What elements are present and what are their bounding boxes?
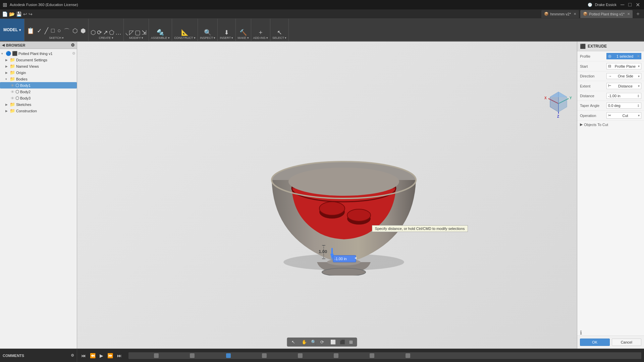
construction-expand-icon[interactable]: ▶: [5, 109, 9, 113]
timeline-prev-icon[interactable]: ⏪: [89, 352, 97, 359]
sketch-finish-icon[interactable]: ✓: [36, 27, 43, 36]
open-file-icon[interactable]: 📂: [9, 11, 15, 17]
distance-spinner-icon[interactable]: ⇕: [637, 94, 640, 98]
vc-display-icon[interactable]: ⬛: [339, 339, 346, 345]
select-icon[interactable]: ↖: [277, 29, 282, 36]
inspect-icon[interactable]: 🔍: [204, 29, 211, 36]
start-dropdown-arrow[interactable]: ▾: [638, 64, 640, 68]
vc-grid-icon[interactable]: ⊞: [348, 339, 354, 345]
assemble-icon[interactable]: 🔩: [157, 29, 164, 36]
extrude-info-icon[interactable]: ℹ: [580, 329, 582, 336]
comments-settings-icon[interactable]: ⚙: [71, 353, 74, 358]
tab-add-button[interactable]: ＋: [634, 10, 642, 17]
close-button[interactable]: ✕: [634, 2, 641, 8]
timeline-bar[interactable]: [128, 352, 641, 359]
create-loft-icon[interactable]: ⬠: [109, 29, 114, 36]
taper-value[interactable]: 0.0 deg ⇕: [606, 103, 641, 109]
timeline-marker-3[interactable]: [226, 353, 231, 358]
sketch-arc-icon[interactable]: ⌒: [63, 27, 71, 36]
body2-eye-icon[interactable]: 👁: [11, 90, 14, 94]
redo-icon[interactable]: ↪: [29, 11, 33, 17]
named-views-expand-icon[interactable]: ▶: [5, 65, 9, 68]
operation-value[interactable]: ✂ Cut ▾: [606, 112, 641, 119]
timeline-marker-1[interactable]: [154, 353, 159, 358]
new-file-icon[interactable]: 📄: [2, 11, 8, 17]
timeline-marker-8[interactable]: [406, 353, 410, 358]
profile-clear-icon[interactable]: ✕: [637, 54, 640, 58]
vc-view-cube-icon[interactable]: ⬜: [329, 339, 337, 345]
sketch-offset-icon[interactable]: ⬡: [71, 27, 79, 36]
create-revolve-icon[interactable]: ⟳: [97, 29, 102, 36]
direction-value[interactable]: → One Side ▾: [606, 73, 641, 79]
sketch-rect-icon[interactable]: □: [50, 27, 56, 36]
timeline-marker-5[interactable]: [298, 353, 303, 358]
tree-item-body1[interactable]: 👁 ⬡ Body1: [0, 82, 77, 88]
sketch-line-icon[interactable]: ╱: [44, 27, 49, 36]
profile-value[interactable]: ◎ 1 selected ✕: [606, 53, 641, 59]
browser-settings-icon[interactable]: ⚙: [71, 43, 75, 48]
tab-potted-close[interactable]: ✕: [627, 12, 630, 16]
tree-item-named-views[interactable]: ▶ 📁 Named Views: [0, 63, 77, 69]
construct-icon[interactable]: 📐: [181, 29, 189, 36]
modify-fillet-icon[interactable]: ◟: [126, 29, 128, 36]
timeline-end-icon[interactable]: ⏭: [116, 352, 123, 359]
save-icon[interactable]: 💾: [16, 11, 22, 17]
timeline-play-icon[interactable]: ▶: [98, 352, 105, 359]
tree-item-body2[interactable]: 👁 ⬡ Body2: [0, 88, 77, 95]
tree-item-doc-settings[interactable]: ▶ 📁 Document Settings: [0, 57, 77, 63]
make-icon[interactable]: 🔨: [239, 29, 247, 36]
timeline-marker-7[interactable]: [370, 353, 374, 358]
vc-cursor-icon[interactable]: ↖: [290, 339, 296, 345]
app-grid-icon[interactable]: ⊞: [3, 2, 7, 8]
timeline-start-icon[interactable]: ⏮: [80, 352, 87, 359]
sketch-circle-icon[interactable]: ○: [56, 27, 62, 36]
modify-scale-icon[interactable]: ⇲: [142, 29, 147, 36]
create-sweep-icon[interactable]: ↗: [103, 29, 108, 36]
modify-shell-icon[interactable]: ▢: [135, 29, 141, 36]
insert-icon[interactable]: ⬇: [224, 29, 229, 36]
objects-to-cut-expand[interactable]: ▶ Objects To Cut: [577, 121, 644, 128]
body1-eye-icon[interactable]: 👁: [11, 83, 14, 87]
extent-dropdown-arrow[interactable]: ▾: [638, 84, 640, 88]
tree-item-body3[interactable]: 👁 ⬡ Body3: [0, 95, 77, 101]
addins-icon[interactable]: ＋: [258, 28, 264, 36]
create-more-icon[interactable]: …: [115, 29, 121, 36]
vc-zoom-icon[interactable]: 🔍: [310, 339, 317, 345]
history-icon[interactable]: 🕐: [588, 3, 592, 7]
minimize-button[interactable]: ─: [619, 2, 626, 8]
cancel-button[interactable]: Cancel: [612, 339, 642, 346]
vc-pan-icon[interactable]: ✋: [301, 339, 308, 345]
ok-button[interactable]: OK: [580, 339, 610, 346]
modify-chamfer-icon[interactable]: ◸: [129, 29, 134, 36]
model-dropdown[interactable]: MODEL ▾: [0, 19, 24, 41]
doc-settings-expand-icon[interactable]: ▶: [5, 58, 9, 62]
sketch-create-icon[interactable]: 📋: [26, 27, 35, 36]
tree-item-construction[interactable]: ▶ 📁 Construction: [0, 108, 77, 114]
vc-orbit-icon[interactable]: ⟳: [319, 339, 325, 345]
user-name[interactable]: Drake Essick: [595, 3, 616, 7]
navigation-cube[interactable]: Y X Z: [543, 88, 574, 119]
distance-value[interactable]: -1.00 in ⇕: [606, 93, 641, 99]
timeline-next-icon[interactable]: ⏩: [106, 352, 114, 359]
tree-item-bodies[interactable]: ▾ 📁 Bodies: [0, 76, 77, 82]
body3-eye-icon[interactable]: 👁: [11, 96, 14, 100]
browser-collapse-icon[interactable]: ◀: [2, 43, 5, 47]
sketch-project-icon[interactable]: ⬢: [79, 27, 87, 36]
bodies-expand-icon[interactable]: ▾: [5, 77, 9, 81]
timeline-marker-4[interactable]: [262, 353, 267, 358]
create-extrude-icon[interactable]: ⬡: [91, 29, 96, 36]
timeline-marker-6[interactable]: [334, 353, 338, 358]
tab-hmmmm[interactable]: 📦 hmmmm v2* ✕: [541, 10, 579, 18]
undo-icon[interactable]: ↩: [23, 11, 27, 17]
sketches-expand-icon[interactable]: ▶: [5, 103, 9, 106]
tree-item-origin[interactable]: ▶ 📁 Origin: [0, 69, 77, 76]
tree-item-sketches[interactable]: ▶ 📁 Sketches: [0, 101, 77, 108]
tab-potted-plant[interactable]: 📦 Potted Plant thing v1* ✕: [580, 10, 633, 18]
maximize-button[interactable]: □: [627, 2, 633, 8]
operation-dropdown-arrow[interactable]: ▾: [638, 114, 640, 117]
extent-value[interactable]: ⊢ Distance ▾: [606, 83, 641, 89]
tab-hmmmm-close[interactable]: ✕: [574, 12, 576, 16]
direction-dropdown-arrow[interactable]: ▾: [638, 74, 640, 78]
taper-spinner-icon[interactable]: ⇕: [637, 104, 640, 108]
root-expand-icon[interactable]: ▾: [1, 52, 5, 55]
